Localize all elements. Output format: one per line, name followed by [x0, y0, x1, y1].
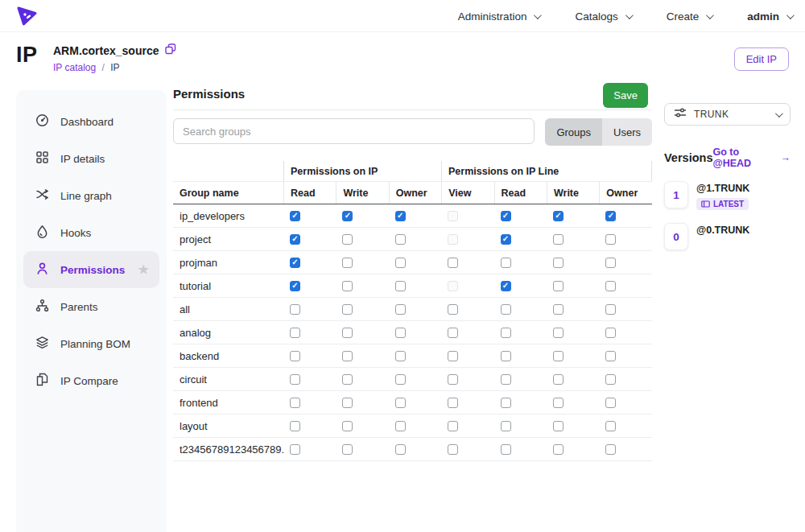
- permission-checkbox[interactable]: [448, 444, 458, 455]
- permission-checkbox[interactable]: [395, 234, 406, 245]
- permission-checkbox[interactable]: [290, 281, 300, 291]
- permission-checkbox[interactable]: [395, 258, 406, 268]
- toggle-groups-button[interactable]: Groups: [545, 118, 602, 146]
- permission-checkbox[interactable]: [290, 211, 300, 221]
- permission-checkbox[interactable]: [605, 304, 616, 315]
- permission-checkbox[interactable]: [395, 328, 406, 338]
- permission-checkbox[interactable]: [501, 211, 511, 221]
- sidebar-item-ip-compare[interactable]: IP Compare: [16, 362, 167, 399]
- permission-checkbox[interactable]: [553, 328, 564, 338]
- sidebar-item-ip-details[interactable]: IP details: [16, 140, 167, 177]
- permission-checkbox[interactable]: [501, 398, 511, 408]
- sidebar-item-permissions[interactable]: Permissions ★: [23, 251, 159, 288]
- permission-checkbox[interactable]: [605, 421, 616, 431]
- permission-checkbox[interactable]: [290, 444, 300, 455]
- permission-checkbox[interactable]: [448, 351, 458, 361]
- save-button[interactable]: Save: [603, 83, 648, 108]
- version-name[interactable]: @0.TRUNK: [696, 225, 749, 236]
- permission-checkbox[interactable]: [553, 351, 564, 361]
- nav-create[interactable]: Create: [667, 10, 712, 23]
- permission-checkbox[interactable]: [553, 234, 564, 245]
- permission-checkbox[interactable]: [395, 304, 406, 315]
- permission-checkbox[interactable]: [290, 351, 300, 361]
- permission-checkbox[interactable]: [553, 421, 564, 431]
- permission-checkbox[interactable]: [501, 328, 511, 338]
- permission-checkbox[interactable]: [342, 211, 353, 221]
- nav-administration[interactable]: Administration: [458, 10, 540, 23]
- branch-selector[interactable]: TRUNK: [664, 103, 791, 126]
- version-number-box[interactable]: 1: [664, 181, 688, 208]
- copy-icon[interactable]: [165, 43, 176, 57]
- permission-checkbox[interactable]: [395, 374, 406, 385]
- permission-checkbox[interactable]: [342, 374, 353, 385]
- permission-checkbox[interactable]: [395, 421, 406, 431]
- permission-checkbox[interactable]: [290, 398, 300, 408]
- sidebar-item-dashboard[interactable]: Dashboard: [16, 103, 167, 140]
- permission-checkbox[interactable]: [342, 328, 353, 338]
- permission-checkbox[interactable]: [553, 211, 564, 221]
- permission-checkbox[interactable]: [448, 258, 458, 268]
- permission-checkbox[interactable]: [342, 234, 353, 245]
- permission-checkbox[interactable]: [395, 211, 406, 221]
- go-to-head-link[interactable]: Go to @HEAD →: [712, 146, 791, 169]
- sidebar-item-line-graph[interactable]: Line graph: [16, 177, 167, 214]
- permission-checkbox[interactable]: [290, 304, 300, 315]
- brand-logo-icon[interactable]: [16, 5, 38, 27]
- version-number-box[interactable]: 0: [664, 223, 688, 250]
- sidebar-item-hooks[interactable]: Hooks: [16, 214, 167, 251]
- permission-checkbox[interactable]: [605, 351, 616, 361]
- version-name[interactable]: @1.TRUNK: [696, 183, 749, 194]
- permission-checkbox[interactable]: [342, 351, 353, 361]
- permission-checkbox[interactable]: [605, 234, 616, 245]
- permission-checkbox[interactable]: [605, 398, 616, 408]
- permission-checkbox[interactable]: [605, 211, 616, 221]
- permission-checkbox[interactable]: [342, 421, 353, 431]
- toggle-users-button[interactable]: Users: [602, 118, 652, 146]
- permission-checkbox[interactable]: [448, 328, 458, 338]
- nav-user-menu[interactable]: admin: [747, 10, 792, 23]
- permission-checkbox[interactable]: [342, 258, 353, 268]
- permission-checkbox[interactable]: [290, 258, 300, 268]
- sidebar-item-planning-bom[interactable]: Planning BOM: [16, 325, 167, 362]
- permission-checkbox[interactable]: [342, 398, 353, 408]
- permission-checkbox[interactable]: [553, 281, 564, 291]
- permission-checkbox[interactable]: [395, 444, 406, 455]
- permission-checkbox[interactable]: [342, 281, 353, 291]
- permission-checkbox[interactable]: [553, 444, 564, 455]
- permission-checkbox[interactable]: [448, 304, 458, 315]
- permission-checkbox[interactable]: [605, 374, 616, 385]
- permission-checkbox[interactable]: [395, 398, 406, 408]
- permission-checkbox[interactable]: [448, 374, 458, 385]
- permission-checkbox[interactable]: [290, 328, 300, 338]
- permission-checkbox[interactable]: [501, 258, 511, 268]
- permission-checkbox[interactable]: [448, 421, 458, 431]
- permission-checkbox[interactable]: [395, 281, 406, 291]
- permission-checkbox[interactable]: [395, 351, 406, 361]
- permission-checkbox[interactable]: [553, 304, 564, 315]
- permission-checkbox[interactable]: [501, 374, 511, 385]
- permission-checkbox[interactable]: [605, 328, 616, 338]
- permission-checkbox[interactable]: [553, 258, 564, 268]
- edit-ip-button[interactable]: Edit IP: [734, 47, 789, 71]
- permission-checkbox[interactable]: [501, 281, 511, 291]
- permission-checkbox[interactable]: [553, 398, 564, 408]
- permission-checkbox[interactable]: [501, 304, 511, 315]
- nav-catalogs[interactable]: Catalogs: [575, 10, 630, 23]
- sidebar-item-parents[interactable]: Parents: [16, 288, 167, 325]
- permission-checkbox[interactable]: [290, 374, 300, 385]
- permission-checkbox[interactable]: [342, 304, 353, 315]
- search-input[interactable]: [173, 118, 535, 144]
- permission-checkbox[interactable]: [501, 351, 511, 361]
- permission-checkbox[interactable]: [501, 444, 511, 455]
- star-icon[interactable]: ★: [138, 262, 149, 277]
- permission-checkbox[interactable]: [290, 421, 300, 431]
- permission-checkbox[interactable]: [501, 421, 511, 431]
- permission-checkbox[interactable]: [290, 234, 300, 245]
- permission-checkbox[interactable]: [605, 258, 616, 268]
- permission-checkbox[interactable]: [448, 398, 458, 408]
- breadcrumb-link[interactable]: IP catalog: [53, 62, 96, 73]
- permission-checkbox[interactable]: [342, 444, 353, 455]
- permission-checkbox[interactable]: [605, 281, 616, 291]
- permission-checkbox[interactable]: [605, 444, 616, 455]
- permission-checkbox[interactable]: [501, 234, 511, 245]
